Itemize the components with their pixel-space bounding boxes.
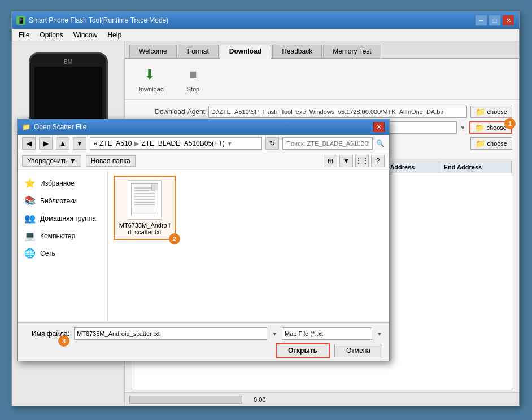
file-scatter[interactable]: MT6735M_Andro id_scatter.txt 2 — [114, 176, 176, 240]
file-paper — [131, 183, 158, 216]
footer-filename-row: Имя файла: ▼ ▼ — [24, 327, 382, 340]
file-icon — [128, 180, 162, 220]
dialog-folder-icon: 📁 — [22, 123, 30, 131]
open-button[interactable]: Открыть — [276, 343, 330, 358]
filename-input[interactable] — [74, 327, 267, 340]
cancel-button[interactable]: Отмена — [334, 344, 382, 357]
favorites-icon: ⭐ — [24, 178, 36, 189]
computer-label: Компьютер — [40, 232, 75, 240]
breadcrumb: « ZTE_A510 ▶ ZTE_BLADE_A510B05(FT) ▼ — [90, 137, 262, 150]
dialog-nav-tree: ⭐ Избранное 📚 Библиотеки 👥 Домашняя груп… — [18, 170, 108, 321]
organize-button[interactable]: Упорядочить ▼ — [22, 155, 81, 167]
badge-2: 2 — [169, 233, 180, 244]
file-name: MT6735M_Andro id_scatter.txt — [118, 222, 171, 235]
file-line-3 — [134, 193, 155, 194]
breadcrumb-root[interactable]: « ZTE_A510 — [94, 139, 132, 147]
views-toolbar: ⊞ ▼ ⋮⋮ ? — [324, 155, 385, 167]
file-line-1 — [134, 187, 155, 189]
breadcrumb-sep: ▶ — [134, 139, 139, 147]
file-line-5 — [134, 199, 155, 200]
homegroup-icon: 👥 — [24, 213, 36, 224]
help-icon[interactable]: ? — [371, 155, 385, 167]
nav-homegroup[interactable]: 👥 Домашняя группа — [18, 209, 107, 227]
network-icon: 🌐 — [24, 248, 36, 259]
new-folder-button[interactable]: Новая папка — [86, 155, 136, 167]
open-file-dialog: 📁 Open Scatter File ✕ ◀ ▶ ▲ ▼ « ZTE_A510… — [17, 119, 390, 361]
search-input[interactable] — [282, 137, 373, 150]
filetype-dropdown[interactable]: ▼ — [377, 331, 382, 337]
computer-icon: 💻 — [24, 230, 36, 241]
view-btn-3[interactable]: ⋮⋮ — [355, 155, 369, 167]
forward-button[interactable]: ▶ — [39, 137, 53, 150]
filename-dropdown[interactable]: ▼ — [272, 331, 277, 337]
dropdown-button[interactable]: ▼ — [73, 137, 86, 150]
search-icon: 🔍 — [376, 139, 385, 147]
nav-computer[interactable]: 💻 Компьютер — [18, 227, 107, 244]
dialog-breadcrumb-bar: ◀ ▶ ▲ ▼ « ZTE_A510 ▶ ZTE_BLADE_A510B05(F… — [18, 135, 389, 152]
file-area: MT6735M_Andro id_scatter.txt 2 — [108, 170, 389, 321]
up-button[interactable]: ▲ — [56, 137, 69, 150]
nav-favorites[interactable]: ⭐ Избранное — [18, 174, 107, 192]
file-line-4 — [134, 196, 155, 197]
breadcrumb-dropdown[interactable]: ▼ — [227, 141, 233, 147]
nav-libraries[interactable]: 📚 Библиотеки — [18, 192, 107, 209]
dialog-overlay: 📁 Open Scatter File ✕ ◀ ▶ ▲ ▼ « ZTE_A510… — [0, 0, 532, 420]
file-line-6 — [134, 202, 155, 203]
favorites-label: Избранное — [40, 180, 75, 187]
network-label: Сеть — [40, 250, 55, 257]
dialog-title: Open Scatter File — [34, 123, 86, 131]
libraries-icon: 📚 — [24, 195, 36, 206]
badge-3: 3 — [58, 335, 69, 347]
file-line-2 — [134, 190, 155, 191]
footer-buttons-row: Открыть Отмена 3 — [24, 343, 382, 358]
view-btn-1[interactable]: ⊞ — [324, 155, 337, 167]
homegroup-label: Домашняя группа — [40, 215, 96, 222]
dialog-toolbar: Упорядочить ▼ Новая папка ⊞ ▼ ⋮⋮ ? — [18, 152, 389, 170]
back-button[interactable]: ◀ — [22, 137, 36, 150]
dialog-body: ⭐ Избранное 📚 Библиотеки 👥 Домашняя груп… — [18, 170, 389, 321]
dialog-title-bar: 📁 Open Scatter File ✕ — [18, 119, 389, 135]
view-btn-2[interactable]: ▼ — [339, 155, 353, 167]
dialog-footer: Имя файла: ▼ ▼ Открыть Отмена 3 — [18, 322, 389, 361]
filetype-input[interactable] — [282, 327, 372, 340]
libraries-label: Библиотеки — [40, 197, 77, 205]
file-line-7 — [134, 204, 155, 205]
refresh-button[interactable]: ↻ — [265, 137, 279, 150]
nav-network[interactable]: 🌐 Сеть — [18, 244, 107, 262]
breadcrumb-folder[interactable]: ZTE_BLADE_A510B05(FT) — [141, 139, 224, 147]
dialog-close-button[interactable]: ✕ — [373, 122, 385, 132]
